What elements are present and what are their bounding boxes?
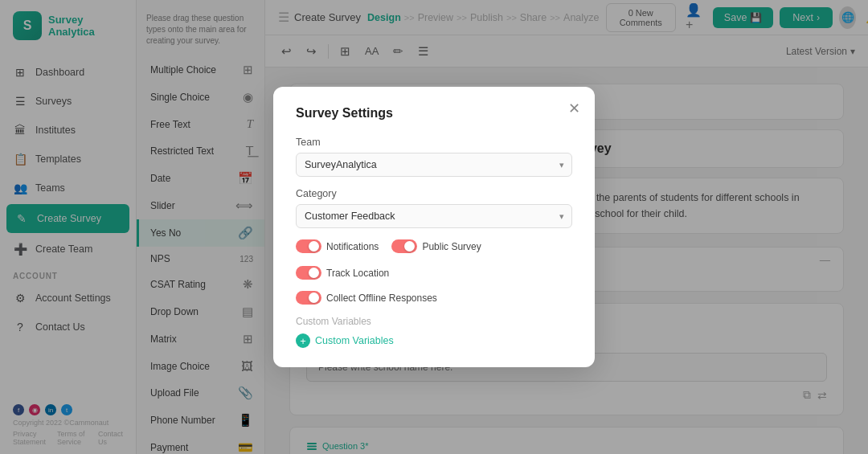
modal-toggles: Notifications Public Survey Track Locati…: [296, 239, 572, 280]
category-label: Category: [296, 188, 572, 199]
team-label: Team: [296, 137, 572, 148]
category-select[interactable]: Customer Feedback Employee Survey Market…: [296, 204, 572, 228]
modal-overlay[interactable]: Survey Settings ✕ Team SurveyAnalytica T…: [0, 0, 868, 454]
modal-close-button[interactable]: ✕: [568, 100, 580, 117]
modal-toggles-row2: Collect Offline Responses: [296, 291, 572, 305]
toggle-collect-offline: Collect Offline Responses: [296, 291, 437, 305]
toggle-public-survey: Public Survey: [391, 239, 481, 253]
category-select-wrapper: Customer Feedback Employee Survey Market…: [296, 204, 572, 228]
public-survey-toggle[interactable]: [391, 239, 417, 253]
toggle-track-location: Track Location: [296, 266, 389, 280]
track-location-toggle[interactable]: [296, 266, 321, 280]
survey-settings-modal: Survey Settings ✕ Team SurveyAnalytica T…: [273, 87, 595, 367]
custom-vars-title: Custom Variables: [296, 316, 572, 327]
toggle-notifications: Notifications: [296, 239, 379, 253]
modal-title: Survey Settings: [296, 106, 572, 121]
notifications-toggle[interactable]: [296, 239, 321, 253]
modal-category-field: Category Customer Feedback Employee Surv…: [296, 188, 572, 228]
team-select[interactable]: SurveyAnalytica Team A Team B: [296, 153, 572, 177]
collect-offline-toggle[interactable]: [296, 291, 321, 305]
custom-vars-button[interactable]: + Custom Variables: [296, 333, 572, 348]
team-select-wrapper: SurveyAnalytica Team A Team B: [296, 153, 572, 177]
plus-icon: +: [296, 333, 310, 348]
modal-team-field: Team SurveyAnalytica Team A Team B: [296, 137, 572, 177]
